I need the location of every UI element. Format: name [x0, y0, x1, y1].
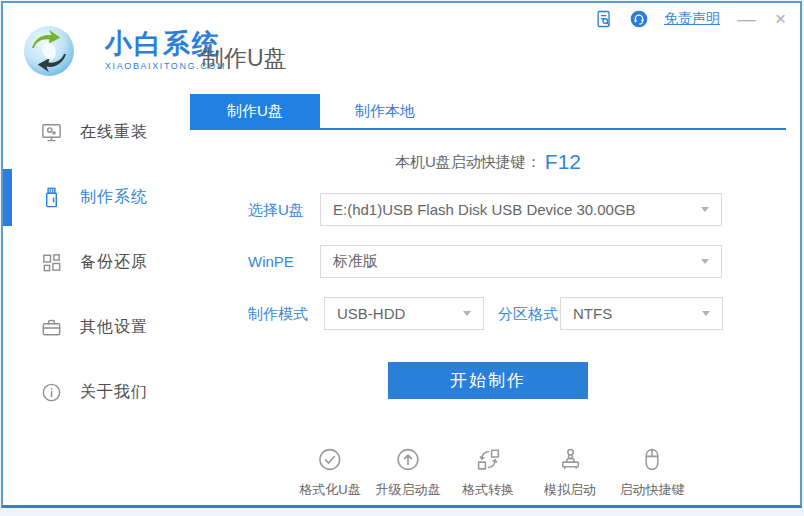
- main-panel: 制作U盘 制作本地 本机U盘启动快捷键：F12 选择U盘 E:(hd1)USB …: [190, 94, 786, 499]
- tool-label: 格式转换: [462, 481, 514, 499]
- tool-format-usb[interactable]: 格式化U盘: [299, 446, 360, 499]
- disclaimer-link[interactable]: 免责声明: [664, 10, 720, 28]
- upgrade-boot-icon: [395, 446, 422, 473]
- sidebar-item-label: 在线重装: [80, 122, 148, 143]
- app-logo-icon: [20, 23, 80, 82]
- start-make-button[interactable]: 开始制作: [388, 362, 588, 399]
- page-title: 制作U盘: [201, 43, 287, 74]
- chevron-down-icon: [463, 311, 471, 316]
- boot-hotkey-icon: [639, 446, 666, 473]
- sidebar-item-online-reinstall[interactable]: 在线重装: [3, 100, 190, 165]
- boot-hotkey-value: F12: [545, 150, 581, 173]
- boot-hotkey-line: 本机U盘启动快捷键：F12: [190, 150, 786, 174]
- tool-boot-hotkey[interactable]: 启动快捷键: [620, 446, 685, 499]
- winpe-select-label: WinPE: [248, 245, 294, 278]
- tool-upgrade-boot[interactable]: 升级启动盘: [376, 446, 441, 499]
- mode-select-label: 制作模式: [248, 297, 308, 330]
- boot-hotkey-label: 本机U盘启动快捷键：: [395, 153, 541, 170]
- sidebar-item-backup-restore[interactable]: 备份还原: [3, 230, 190, 295]
- mode-select-dropdown[interactable]: USB-HDD: [324, 297, 484, 330]
- partition-select-label: 分区格式: [498, 297, 558, 330]
- chevron-down-icon: [701, 259, 709, 264]
- usb-select-label: 选择U盘: [248, 193, 304, 226]
- sidebar-item-label: 其他设置: [80, 317, 148, 338]
- minimize-button[interactable]: —: [735, 9, 758, 29]
- usb-select-value: E:(hd1)USB Flash Disk USB Device 30.00GB: [333, 201, 693, 218]
- tab-make-usb[interactable]: 制作U盘: [190, 94, 320, 128]
- winpe-select-value: 标准版: [333, 252, 693, 271]
- sidebar: 在线重装 制作系统 备份还原: [3, 100, 190, 425]
- winpe-select-dropdown[interactable]: 标准版: [320, 245, 722, 278]
- simulate-boot-icon: [557, 446, 584, 473]
- tab-bar: 制作U盘 制作本地: [190, 94, 786, 130]
- info-icon: [40, 381, 63, 404]
- chevron-down-icon: [702, 311, 710, 316]
- usb-select-dropdown[interactable]: E:(hd1)USB Flash Disk USB Device 30.00GB: [320, 193, 722, 226]
- app-window: 免责声明 — × 小白系统 XIAOBAIXITONG.COM 制作U盘: [1, 1, 802, 508]
- chevron-down-icon: [701, 207, 709, 212]
- monitor-icon: [40, 121, 63, 144]
- format-convert-icon: [475, 446, 502, 473]
- partition-select-value: NTFS: [573, 305, 694, 322]
- tool-format-convert[interactable]: 格式转换: [462, 446, 514, 499]
- disclaimer-doc-icon[interactable]: [594, 9, 614, 29]
- tool-label: 启动快捷键: [620, 481, 685, 499]
- sidebar-item-make-system[interactable]: 制作系统: [3, 165, 190, 230]
- close-button[interactable]: ×: [773, 9, 788, 29]
- tool-simulate-boot[interactable]: 模拟启动: [544, 446, 596, 499]
- tab-make-local[interactable]: 制作本地: [320, 94, 450, 128]
- titlebar: 免责声明 — ×: [594, 9, 788, 29]
- briefcase-icon: [40, 316, 63, 339]
- tool-label: 升级启动盘: [376, 481, 441, 499]
- sidebar-item-about-us[interactable]: 关于我们: [3, 360, 190, 425]
- customer-service-icon[interactable]: [629, 9, 649, 29]
- sidebar-item-label: 关于我们: [80, 382, 148, 403]
- sidebar-item-label: 制作系统: [80, 187, 148, 208]
- partition-select-dropdown[interactable]: NTFS: [560, 297, 723, 330]
- backup-restore-icon: [40, 251, 63, 274]
- mode-select-value: USB-HDD: [337, 305, 455, 322]
- sidebar-item-label: 备份还原: [80, 252, 148, 273]
- format-usb-icon: [316, 446, 343, 473]
- tool-label: 模拟启动: [544, 481, 596, 499]
- sidebar-item-other-settings[interactable]: 其他设置: [3, 295, 190, 360]
- tool-label: 格式化U盘: [299, 481, 360, 499]
- usb-drive-icon: [40, 186, 63, 209]
